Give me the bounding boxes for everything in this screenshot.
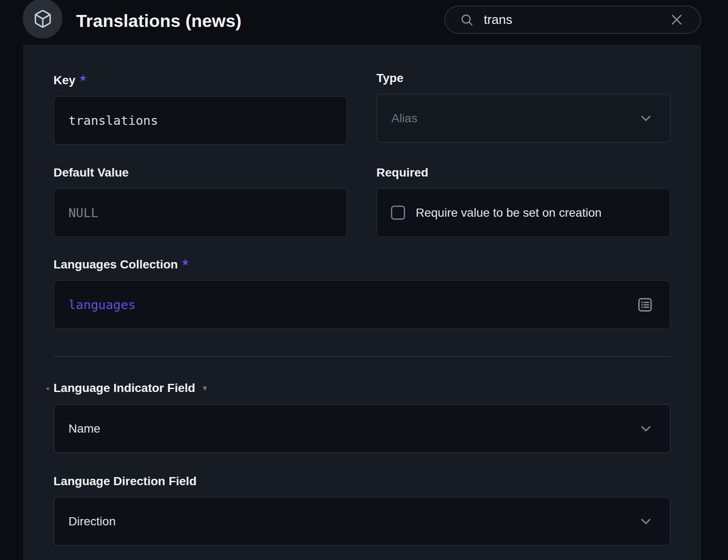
required-star-icon: ★ bbox=[79, 74, 86, 83]
languages-collection-field-group: Languages Collection★ bbox=[53, 255, 671, 329]
required-star-icon: ★ bbox=[182, 258, 189, 267]
close-icon[interactable] bbox=[669, 12, 684, 27]
language-indicator-label: •Language Indicator Field▼ bbox=[53, 380, 671, 396]
default-value-input-wrap bbox=[53, 188, 347, 237]
modified-dot-icon: • bbox=[46, 381, 49, 396]
list-alt-icon[interactable] bbox=[636, 296, 654, 313]
required-checkbox[interactable] bbox=[391, 206, 405, 220]
drawer-header: Translations (news) bbox=[0, 0, 728, 45]
language-indicator-select-value: Name bbox=[54, 422, 101, 436]
languages-collection-input[interactable] bbox=[54, 281, 670, 328]
language-direction-select[interactable]: Direction bbox=[53, 497, 671, 546]
required-field-group: Required Require value to be set on crea… bbox=[376, 165, 671, 237]
type-select[interactable]: Alias bbox=[376, 94, 671, 143]
type-field-group: Type Alias bbox=[376, 71, 671, 145]
chevron-down-icon bbox=[638, 111, 654, 126]
section-divider bbox=[53, 356, 671, 357]
languages-collection-label: Languages Collection★ bbox=[53, 255, 671, 272]
key-label: Key★ bbox=[53, 71, 347, 88]
language-direction-select-value: Direction bbox=[54, 515, 115, 528]
language-indicator-field-group: •Language Indicator Field▼ Name bbox=[53, 380, 671, 453]
key-input-wrap bbox=[53, 96, 347, 145]
triangle-down-icon[interactable]: ▼ bbox=[201, 384, 208, 392]
default-value-input[interactable] bbox=[54, 189, 346, 236]
default-value-field-group: Default Value bbox=[53, 165, 347, 237]
key-field-group: Key★ bbox=[53, 71, 347, 145]
language-direction-field-group: Language Direction Field Direction bbox=[53, 474, 671, 546]
field-settings-panel: Key★ Type Alias Default Value Requir bbox=[23, 45, 701, 560]
required-checkbox-label: Require value to be set on creation bbox=[416, 206, 601, 220]
chevron-down-icon bbox=[638, 514, 654, 529]
type-select-value: Alias bbox=[377, 112, 417, 125]
chevron-down-icon bbox=[638, 421, 654, 436]
language-indicator-select[interactable]: Name bbox=[53, 404, 671, 453]
search-box[interactable] bbox=[444, 6, 701, 34]
key-input[interactable] bbox=[54, 97, 346, 144]
field-type-avatar bbox=[23, 0, 62, 38]
page-title: Translations (news) bbox=[76, 0, 242, 42]
box-cube-icon bbox=[33, 9, 53, 29]
required-toggle-wrap: Require value to be set on creation bbox=[376, 188, 671, 237]
default-value-label: Default Value bbox=[53, 165, 347, 180]
required-label: Required bbox=[376, 165, 671, 180]
search-input[interactable] bbox=[484, 12, 669, 27]
language-direction-label: Language Direction Field bbox=[53, 474, 671, 489]
languages-collection-input-wrap bbox=[53, 280, 671, 329]
search-icon bbox=[460, 13, 473, 27]
type-label: Type bbox=[376, 71, 671, 85]
